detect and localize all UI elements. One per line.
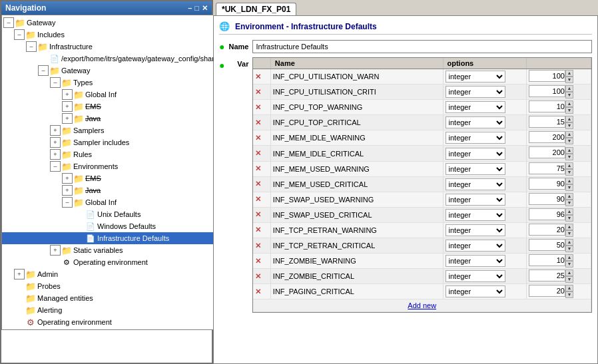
tree-item-env-ems[interactable]: + 📁 EMS — [2, 172, 214, 184]
spin-down-btn[interactable]: ▼ — [565, 169, 573, 176]
expander-samplers[interactable]: + — [50, 125, 61, 136]
tree-item-rules[interactable]: + 📁 Rules — [2, 148, 214, 160]
spin-down-btn[interactable]: ▼ — [565, 154, 573, 160]
delete-row-btn[interactable]: ✕ — [255, 103, 261, 111]
expander-global-inf2[interactable]: – — [62, 197, 73, 208]
var-value-input[interactable] — [529, 285, 565, 297]
nav-close-btn[interactable]: ✕ — [202, 4, 208, 13]
tree-item-admin[interactable]: + 📁 Admin — [2, 268, 214, 280]
expander-gateway2[interactable]: – — [38, 65, 49, 76]
expander-includes[interactable]: – — [14, 29, 25, 40]
var-options-select[interactable]: integerstringbooleandouble — [446, 101, 505, 113]
tree-item-sampler-includes[interactable]: + 📁 Sampler includes — [2, 136, 214, 148]
tree-item-ems[interactable]: + 📁 EMS — [2, 100, 214, 112]
var-options-select[interactable]: integerstringbooleandouble — [446, 270, 505, 282]
delete-row-btn[interactable]: ✕ — [255, 149, 261, 157]
tree-item-java[interactable]: + 📁 Java — [2, 112, 214, 124]
var-value-input[interactable] — [529, 85, 565, 97]
delete-row-btn[interactable]: ✕ — [255, 88, 261, 96]
add-new-link[interactable]: Add new — [408, 301, 436, 309]
var-value-input[interactable] — [529, 162, 565, 174]
spin-down-btn[interactable]: ▼ — [565, 200, 573, 206]
delete-row-btn[interactable]: ✕ — [255, 73, 261, 81]
spin-down-btn[interactable]: ▼ — [565, 184, 573, 191]
spin-up-btn[interactable]: ▲ — [565, 131, 573, 138]
var-value-input[interactable] — [529, 116, 565, 128]
spin-down-btn[interactable]: ▼ — [565, 291, 573, 298]
expander-infrastructure[interactable]: – — [26, 41, 37, 52]
delete-row-btn[interactable]: ✕ — [255, 242, 261, 250]
delete-row-btn[interactable]: ✕ — [255, 287, 261, 295]
tree-item-infrastructure[interactable]: – 📁 Infrastructure — [2, 41, 214, 53]
tree-item-infra-defaults[interactable]: 📄 Infrastructure Defaults — [2, 232, 214, 244]
var-options-select[interactable]: integerstringbooleandouble — [446, 132, 505, 144]
delete-row-btn[interactable]: ✕ — [255, 180, 261, 188]
spin-up-btn[interactable]: ▲ — [565, 70, 573, 77]
tree-item-unix-defaults[interactable]: 📄 Unix Defaults — [2, 208, 214, 220]
tree-item-static-vars[interactable]: + 📁 Static variables — [2, 244, 214, 256]
delete-row-btn[interactable]: ✕ — [255, 134, 261, 142]
spin-down-btn[interactable]: ▼ — [565, 92, 573, 98]
spin-up-btn[interactable]: ▲ — [565, 254, 573, 261]
expander-ems[interactable]: + — [62, 101, 73, 112]
delete-row-btn[interactable]: ✕ — [255, 164, 261, 172]
var-options-select[interactable]: integerstringbooleandouble — [446, 86, 505, 98]
spin-down-btn[interactable]: ▼ — [565, 276, 573, 283]
spin-down-btn[interactable]: ▼ — [565, 246, 573, 252]
tree-item-types[interactable]: – 📁 Types — [2, 77, 214, 89]
tree-item-export-path[interactable]: 📄 /export/home/itrs/gateway/gateway_conf… — [2, 53, 214, 65]
var-value-input[interactable] — [529, 224, 565, 236]
var-value-input[interactable] — [529, 70, 565, 82]
var-options-select[interactable]: integerstringbooleandouble — [446, 255, 505, 267]
tab-main[interactable]: *UK_LDN_FX_P01 — [216, 3, 296, 15]
tree-item-windows-defaults[interactable]: 📄 Windows Defaults — [2, 220, 214, 232]
delete-row-btn[interactable]: ✕ — [255, 210, 261, 218]
delete-row-btn[interactable]: ✕ — [255, 272, 261, 280]
expander-global-inf[interactable]: + — [62, 89, 73, 100]
delete-row-btn[interactable]: ✕ — [255, 118, 261, 126]
spin-up-btn[interactable]: ▲ — [565, 147, 573, 154]
expander-env-ems[interactable]: + — [62, 173, 73, 184]
tree-item-probes[interactable]: 📁 Probes — [2, 280, 214, 292]
var-options-select[interactable]: integerstringbooleandouble — [446, 71, 505, 83]
name-input[interactable] — [252, 40, 592, 53]
tree-item-operating-env2[interactable]: ⚙ Operating environment — [2, 316, 214, 328]
spin-up-btn[interactable]: ▲ — [565, 116, 573, 122]
tree-item-gateway2[interactable]: – 📁 Gateway — [2, 65, 214, 77]
var-value-input[interactable] — [529, 208, 565, 220]
tree-item-includes[interactable]: – 📁 Includes — [2, 29, 214, 41]
var-options-select[interactable]: integerstringbooleandouble — [446, 285, 505, 297]
expander-types[interactable]: – — [50, 77, 61, 88]
var-value-input[interactable] — [529, 100, 565, 112]
var-options-select[interactable]: integerstringbooleandouble — [446, 163, 505, 175]
spin-down-btn[interactable]: ▼ — [565, 215, 573, 222]
delete-row-btn[interactable]: ✕ — [255, 226, 261, 234]
var-value-input[interactable] — [529, 270, 565, 281]
spin-up-btn[interactable]: ▲ — [565, 208, 573, 215]
spin-up-btn[interactable]: ▲ — [565, 270, 573, 276]
tree-item-samplers[interactable]: + 📁 Samplers — [2, 124, 214, 136]
tree-item-managed-entities[interactable]: 📁 Managed entities — [2, 292, 214, 304]
nav-restore-btn[interactable]: □ — [194, 4, 199, 13]
delete-row-btn[interactable]: ✕ — [255, 195, 261, 203]
var-options-select[interactable]: integerstringbooleandouble — [446, 116, 505, 128]
spin-up-btn[interactable]: ▲ — [565, 285, 573, 291]
tree-item-global-inf2[interactable]: – 📁 Global Inf — [2, 196, 214, 208]
var-options-select[interactable]: integerstringbooleandouble — [446, 178, 505, 190]
var-options-select[interactable]: integerstringbooleandouble — [446, 148, 505, 160]
var-value-input[interactable] — [529, 239, 565, 251]
expander-sampler-includes[interactable]: + — [50, 137, 61, 148]
var-options-select[interactable]: integerstringbooleandouble — [446, 224, 505, 236]
spin-down-btn[interactable]: ▼ — [565, 138, 573, 144]
spin-up-btn[interactable]: ▲ — [565, 162, 573, 169]
tree-item-operating-env[interactable]: ⚙ Operating environment — [2, 256, 214, 268]
expander-env-java[interactable]: + — [62, 185, 73, 196]
spin-down-btn[interactable]: ▼ — [565, 261, 573, 268]
spin-up-btn[interactable]: ▲ — [565, 224, 573, 230]
var-value-input[interactable] — [529, 193, 565, 205]
var-value-input[interactable] — [529, 146, 565, 158]
delete-row-btn[interactable]: ✕ — [255, 257, 261, 265]
var-value-input[interactable] — [529, 178, 565, 190]
expander-static-vars[interactable]: + — [50, 245, 61, 256]
tree-item-global-inf[interactable]: + 📁 Global Inf — [2, 89, 214, 100]
